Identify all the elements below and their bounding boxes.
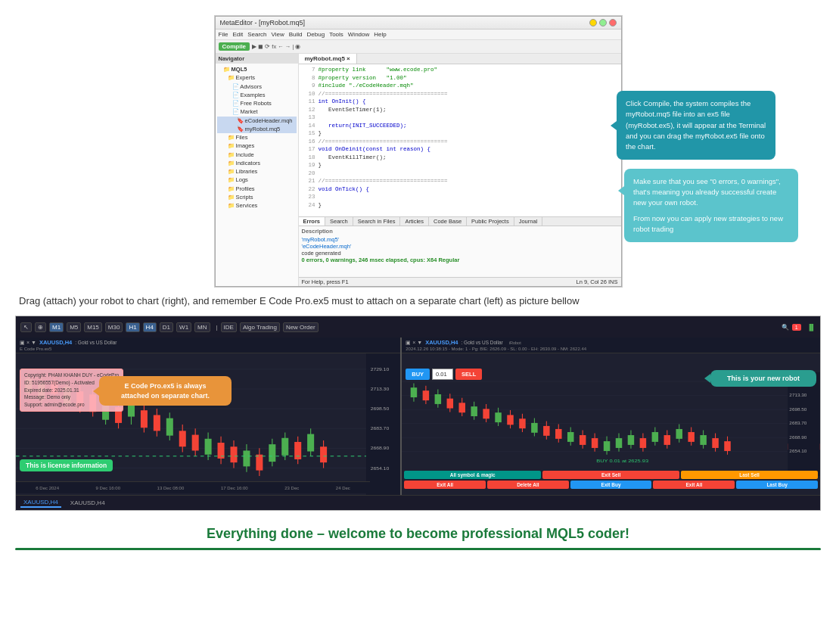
nav-ecodeheader[interactable]: 🔖 eCodeHeader.mqh — [217, 117, 297, 125]
svg-rect-107 — [628, 435, 635, 445]
toolbar-crosshair[interactable]: ⊕ — [35, 322, 46, 332]
toolbar-cursor[interactable]: ↖ — [20, 322, 32, 332]
btn-delete-all[interactable]: Delete All — [487, 481, 569, 489]
menu-edit[interactable]: Edit — [232, 31, 243, 38]
callout-compile: Click Compile, the system compiles the m… — [617, 91, 775, 160]
chart-right: ▣ × ▼ XAUUSD,H4 : Gold vs US Dollar iRob… — [402, 338, 820, 510]
svg-rect-115 — [676, 429, 683, 439]
menu-build[interactable]: Build — [289, 31, 303, 38]
ecpro-label: E Code Pro.ex5 — [20, 347, 396, 351]
svg-rect-103 — [604, 441, 611, 451]
svg-rect-46 — [269, 444, 275, 462]
tab-journal[interactable]: Journal — [514, 217, 543, 226]
menu-file[interactable]: File — [219, 31, 228, 38]
tf-m30[interactable]: M30 — [105, 322, 123, 332]
menu-tools[interactable]: Tools — [329, 31, 343, 38]
nav-files: 📁 Files — [217, 133, 297, 142]
svg-rect-79 — [459, 403, 466, 412]
footer-line — [15, 548, 821, 550]
left-time-axis: 6 Dec 20249 Dec 16:0013 Dec 08:0017 Dec … — [16, 481, 370, 493]
svg-rect-93 — [543, 426, 550, 436]
tab-search-files[interactable]: Search in Files — [353, 217, 401, 226]
me-main-area: Navigator 📁 MQL5 📁 Experts 📄 Advisors 📄 … — [216, 54, 621, 286]
tb-ide[interactable]: IDE — [221, 322, 237, 332]
btn-last-buy[interactable]: Last Buy — [736, 481, 818, 489]
chart-tab-right[interactable]: XAUUSD,H4 — [67, 499, 108, 507]
editor-tab-myrobot[interactable]: myRobot.mq5 × — [299, 54, 357, 64]
menu-search[interactable]: Search — [247, 31, 266, 38]
btn-all-symbol-magic[interactable]: All symbol & magic — [404, 471, 541, 479]
tb-algo[interactable]: Algo Trading — [240, 322, 280, 332]
btn-exit-all2[interactable]: Exit All — [653, 481, 735, 489]
btn-exit-buy[interactable]: Exit Buy — [570, 481, 652, 489]
compile-button[interactable]: Compile — [219, 42, 250, 51]
nav-myrobot[interactable]: 🔖 myRobot.mq5 — [217, 125, 297, 133]
toolbar-search[interactable]: 🔍 — [782, 324, 789, 331]
btn-exit-all[interactable]: Exit All — [404, 481, 486, 489]
close-btn[interactable] — [609, 19, 617, 26]
tf-d1[interactable]: D1 — [160, 322, 173, 332]
tab-codebase[interactable]: Code Base — [429, 217, 467, 226]
tf-mn[interactable]: MN — [194, 322, 210, 332]
tf-m15[interactable]: M15 — [84, 322, 102, 332]
callout-line1: Make sure that you see "0 errors, 0 warn… — [633, 176, 789, 209]
tab-errors[interactable]: Errors — [299, 217, 326, 226]
svg-text:2668.90: 2668.90 — [371, 446, 390, 451]
tf-m5[interactable]: M5 — [67, 322, 81, 332]
svg-rect-48 — [281, 438, 288, 456]
svg-text:BUY 0.01 at 2625.93: BUY 0.01 at 2625.93 — [596, 459, 648, 463]
tf-h1[interactable]: H1 — [126, 322, 139, 332]
minimize-btn[interactable] — [589, 19, 597, 26]
me-titlebar: MetaEditor - [myRobot.mq5] — [216, 17, 621, 30]
svg-rect-54 — [320, 446, 327, 462]
me-bottom-tabs: Errors Search Search in Files Articles C… — [299, 217, 621, 226]
svg-rect-52 — [307, 434, 314, 452]
maximize-btn[interactable] — [599, 19, 607, 26]
nav-tree: 📁 MQL5 📁 Experts 📄 Advisors 📄 Examples 📄… — [216, 64, 298, 211]
svg-rect-91 — [531, 423, 538, 433]
right-chart-subtitle: : Gold vs US Dollar — [461, 340, 502, 345]
btn-exit-sell[interactable]: Exit Sell — [542, 471, 679, 479]
nav-profiles: 📁 Profiles — [217, 185, 297, 193]
desc-item1: 'myRobot.mq5' — [302, 236, 618, 243]
menu-window[interactable]: Window — [348, 31, 369, 38]
left-chart-window-ctrl: ▣ × ▼ — [20, 340, 36, 346]
svg-rect-81 — [471, 406, 478, 416]
right-chart-symbol: XAUUSD,H4 — [425, 339, 458, 346]
charts-section: ↖ ⊕ M1 M5 M15 M30 H1 H4 D1 W1 MN | IDE A… — [15, 316, 821, 511]
svg-text:2713.30: 2713.30 — [371, 386, 390, 391]
right-chart-robot-label: iRobot — [509, 341, 521, 345]
tf-m1[interactable]: M1 — [49, 322, 64, 332]
chart-left-body: 2729.10 2713.30 2698.50 2683.70 2668.90 … — [16, 353, 400, 496]
tb-neworder[interactable]: New Order — [283, 322, 319, 332]
buy-button[interactable]: BUY — [406, 369, 430, 380]
chart-right-body: BUY SELL This is your new robot — [402, 353, 820, 476]
me-menubar[interactable]: File Edit Search View Build Debug Tools … — [216, 30, 621, 40]
btn-last-sell[interactable]: Last Sell — [681, 471, 818, 479]
tf-w1[interactable]: W1 — [176, 322, 191, 332]
left-chart-symbol: XAUUSD,H4 — [39, 339, 72, 346]
lot-input[interactable] — [432, 369, 453, 380]
tab-search[interactable]: Search — [325, 217, 353, 226]
toolbar-icons: ▶ ◼ ⟳ fx ← → | ◉ — [252, 43, 300, 50]
chart-left-header: ▣ × ▼ XAUUSD,H4 : Gold vs US Dollar E Co… — [16, 338, 400, 353]
tab-public[interactable]: Public Projects — [467, 217, 514, 226]
chart-tab-left[interactable]: XAUUSD,H4 — [20, 498, 61, 508]
chart-toolbar: ↖ ⊕ M1 M5 M15 M30 H1 H4 D1 W1 MN | IDE A… — [16, 316, 820, 338]
sell-button[interactable]: SELL — [455, 369, 482, 380]
svg-rect-42 — [243, 450, 250, 466]
tf-h4[interactable]: H4 — [143, 322, 157, 332]
menu-help[interactable]: Help — [374, 31, 386, 38]
nav-services: 📁 Services — [217, 201, 297, 210]
menu-view[interactable]: View — [272, 31, 284, 38]
toolbar-separator: | — [216, 324, 218, 331]
chart-right-header: ▣ × ▼ XAUUSD,H4 : Gold vs US Dollar iRob… — [402, 338, 820, 353]
nav-market: 📄 Market — [217, 107, 297, 116]
ecpro-bubble: E Code Pro.ex5 is alwaysattached on sepa… — [99, 376, 232, 406]
nav-images: 📁 Images — [217, 142, 297, 150]
charts-bottom-tabs: XAUUSD,H4 XAUUSD,H4 — [16, 495, 820, 510]
menu-debug[interactable]: Debug — [307, 31, 325, 38]
tab-articles[interactable]: Articles — [400, 217, 429, 226]
chart-bottom-buttons: All symbol & magic Exit Sell Last Sell E… — [402, 471, 820, 489]
footer-text: Everything done – welcome to become prof… — [15, 526, 821, 542]
